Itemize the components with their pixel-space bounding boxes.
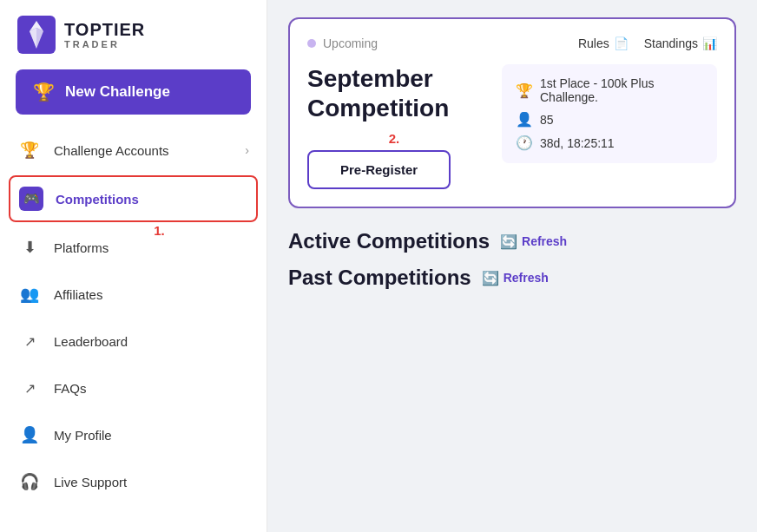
my-profile-icon: 👤 (17, 423, 42, 447)
participants-row: 👤 85 (516, 111, 703, 128)
main-content: Upcoming Rules 📄 Standings 📊 September C… (267, 0, 757, 532)
sidebar-item-faqs[interactable]: ↗ FAQs (0, 365, 267, 411)
pre-register-area: Pre-Register 2. (307, 150, 481, 189)
prize-label: 1st Place - 100k Plus Challenge. (540, 76, 703, 104)
refresh-past-icon: 🔄 (482, 270, 499, 286)
refresh-active-icon: 🔄 (500, 233, 517, 250)
chevron-right-icon: › (245, 143, 249, 157)
upcoming-links: Rules 📄 Standings 📊 (578, 36, 717, 50)
upcoming-competition-card: Upcoming Rules 📄 Standings 📊 September C… (288, 17, 736, 208)
my-profile-label: My Profile (54, 428, 249, 443)
sidebar-item-challenge-accounts[interactable]: 🏆 Challenge Accounts › (0, 127, 267, 174)
logo-name-top: TOPTIER (64, 20, 145, 39)
pre-register-button[interactable]: Pre-Register (307, 150, 451, 189)
timer-row: 🕐 38d, 18:25:11 (516, 135, 703, 151)
new-challenge-button[interactable]: 🏆 New Challenge (16, 69, 251, 115)
live-support-icon: 🎧 (17, 470, 42, 494)
past-competitions-refresh-button[interactable]: 🔄 Refresh (482, 270, 549, 286)
sidebar-item-affiliates[interactable]: 👥 Affiliates (0, 271, 267, 318)
sidebar: TOPTIER TRADER 🏆 New Challenge 🏆 Challen… (0, 0, 267, 532)
participants-count: 85 (540, 113, 554, 127)
competitions-label: Competitions (56, 192, 247, 207)
faqs-icon: ↗ (17, 376, 42, 400)
person-icon: 👤 (516, 111, 531, 128)
upcoming-dot (307, 39, 316, 48)
competition-info: 🏆 1st Place - 100k Plus Challenge. 👤 85 … (502, 64, 717, 163)
sidebar-item-leaderboard[interactable]: ↗ Leaderboard (0, 318, 267, 365)
sidebar-item-live-support[interactable]: 🎧 Live Support (0, 458, 267, 505)
document-icon: 📄 (614, 36, 629, 50)
sidebar-item-competitions[interactable]: 🎮 Competitions 1. (9, 175, 258, 222)
platforms-icon: ⬇ (17, 235, 42, 259)
nav-menu: 🏆 Challenge Accounts › 🎮 Competitions 1.… (0, 127, 267, 532)
competition-title: September Competition (307, 64, 481, 122)
chart-icon: 📊 (702, 36, 717, 50)
sidebar-item-platforms[interactable]: ⬇ Platforms (0, 224, 267, 271)
platforms-label: Platforms (54, 240, 249, 255)
affiliates-icon: 👥 (17, 282, 42, 306)
active-competitions-title: Active Competitions (288, 229, 490, 253)
past-refresh-label: Refresh (504, 271, 549, 285)
affiliates-label: Affiliates (54, 287, 249, 302)
past-competitions-title: Past Competitions (288, 266, 471, 290)
prize-row: 🏆 1st Place - 100k Plus Challenge. (516, 76, 703, 104)
logo-icon (17, 16, 56, 54)
leaderboard-label: Leaderboard (54, 334, 249, 349)
timer-value: 38d, 18:25:11 (540, 136, 615, 150)
rules-link[interactable]: Rules 📄 (578, 36, 629, 50)
standings-link[interactable]: Standings 📊 (644, 36, 717, 50)
annotation-2: 2. (389, 131, 400, 146)
challenge-accounts-icon: 🏆 (17, 138, 42, 162)
rules-label: Rules (578, 36, 609, 50)
clock-icon: 🕐 (516, 135, 531, 151)
active-competitions-header: Active Competitions 🔄 Refresh (288, 229, 736, 253)
trophy-icon: 🏆 (33, 82, 55, 102)
logo-name-bottom: TRADER (64, 39, 145, 49)
new-challenge-label: New Challenge (65, 83, 170, 101)
logo-area: TOPTIER TRADER (0, 0, 267, 66)
challenge-accounts-label: Challenge Accounts (54, 143, 233, 158)
standings-label: Standings (644, 36, 698, 50)
live-support-label: Live Support (54, 475, 249, 489)
leaderboard-icon: ↗ (17, 329, 42, 353)
past-competitions-header: Past Competitions 🔄 Refresh (288, 266, 736, 290)
competitions-icon: 🎮 (19, 187, 43, 211)
competition-body: September Competition Pre-Register 2. 🏆 … (307, 64, 717, 189)
trophy-info-icon: 🏆 (516, 82, 531, 99)
active-refresh-label: Refresh (522, 234, 567, 248)
logo-text: TOPTIER TRADER (64, 20, 145, 49)
upcoming-label: Upcoming (323, 36, 378, 50)
faqs-label: FAQs (54, 381, 249, 396)
upcoming-badge: Upcoming (307, 36, 378, 50)
upcoming-header: Upcoming Rules 📄 Standings 📊 (307, 36, 717, 50)
sidebar-item-my-profile[interactable]: 👤 My Profile (0, 411, 267, 458)
active-competitions-refresh-button[interactable]: 🔄 Refresh (500, 233, 567, 250)
